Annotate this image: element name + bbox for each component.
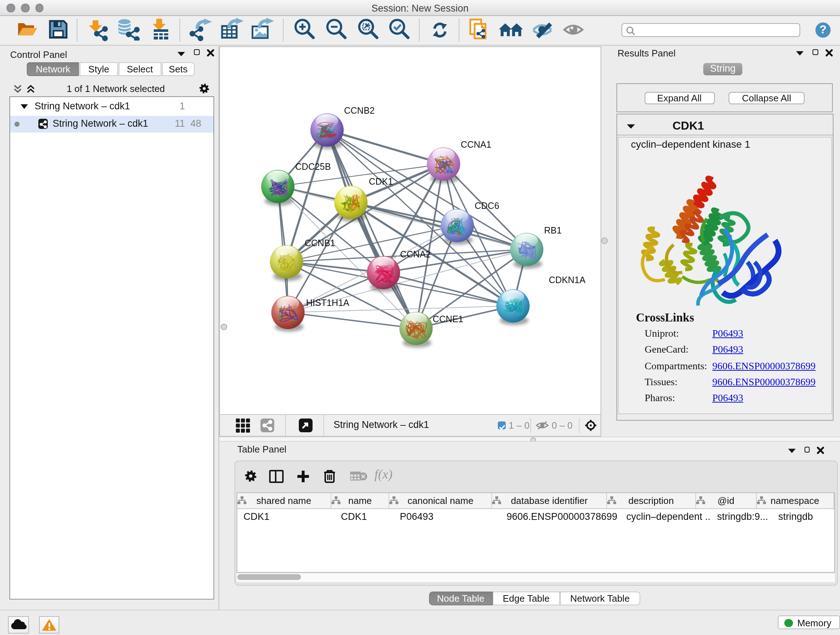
svg-text:RB1: RB1 <box>544 225 562 235</box>
svg-text:CCNA1: CCNA1 <box>461 139 491 149</box>
svg-text:CDC6: CDC6 <box>475 200 499 211</box>
svg-text:CDC25B: CDC25B <box>295 161 331 171</box>
svg-text:CDKN1A: CDKN1A <box>549 274 586 285</box>
svg-text:CCNA2: CCNA2 <box>400 249 431 259</box>
svg-text:CCNE1: CCNE1 <box>433 314 463 324</box>
svg-text:CDK1: CDK1 <box>369 176 393 186</box>
svg-text:HIST1H1A: HIST1H1A <box>306 297 349 307</box>
svg-text:CCNB1: CCNB1 <box>305 238 335 248</box>
svg-text:CCNB2: CCNB2 <box>344 105 375 115</box>
